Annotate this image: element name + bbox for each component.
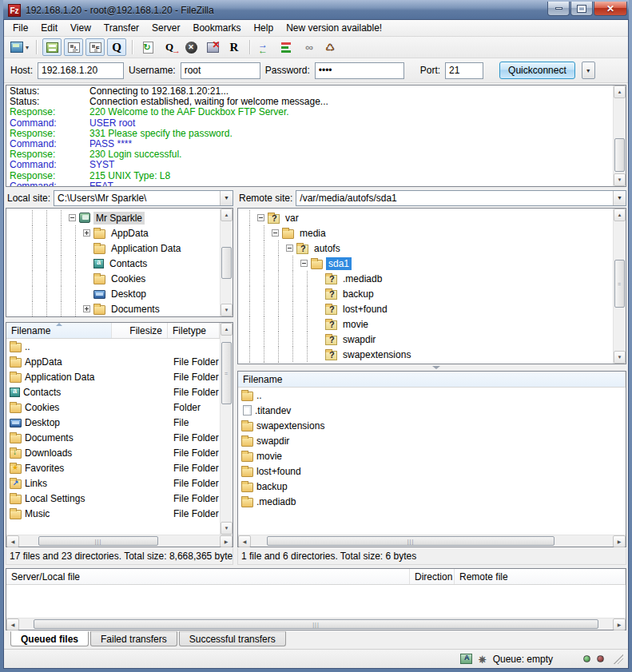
menu-server[interactable]: Server <box>146 21 185 35</box>
transfer-type-indicator-icon[interactable] <box>460 654 472 664</box>
local-tree-vertical-scrollbar[interactable]: ▲ ▼ <box>220 209 233 316</box>
tree-item-cookies[interactable]: Cookies <box>6 271 220 286</box>
collapse-icon[interactable] <box>257 214 264 221</box>
column-header-filesize[interactable]: Filesize <box>112 323 168 338</box>
scroll-right-icon[interactable]: ▶ <box>220 535 233 547</box>
title-bar[interactable]: Fz 192.168.1.20 - root@192.168.1.20 - Fi… <box>3 0 629 19</box>
collapse-icon[interactable] <box>69 214 76 221</box>
file-row[interactable]: Local SettingsFile Folder <box>6 491 220 506</box>
refresh-button[interactable] <box>138 38 157 56</box>
host-input[interactable] <box>38 62 124 79</box>
scroll-up-icon[interactable]: ▲ <box>614 85 626 98</box>
tree-item-mr-sparkle[interactable]: Mr Sparkle <box>6 210 220 225</box>
remote-site-combo[interactable]: /var/media/autofs/sda1 ▼ <box>296 190 626 206</box>
tree-item-movie[interactable]: movie <box>238 316 613 332</box>
tree-item-backup[interactable]: backup <box>238 286 613 301</box>
disconnect-button[interactable] <box>203 38 222 56</box>
file-row[interactable]: DesktopFile <box>6 415 220 430</box>
file-row[interactable]: .. <box>238 388 626 403</box>
resize-grip[interactable] <box>614 654 623 664</box>
tree-item-autofs[interactable]: autofs <box>238 241 613 256</box>
column-header-remote-file[interactable]: Remote file <box>455 569 626 584</box>
queue-horizontal-scrollbar[interactable]: ◀ ||| ▶ <box>6 618 626 630</box>
collapse-icon[interactable] <box>300 260 308 267</box>
tree-item-swapextensions[interactable]: swapextensions <box>238 347 613 362</box>
maximize-button[interactable] <box>570 2 593 16</box>
menu-file[interactable]: File <box>7 21 34 35</box>
menu-bookmarks[interactable]: Bookmarks <box>187 21 246 35</box>
collapse-icon[interactable] <box>272 229 279 237</box>
file-row[interactable]: .mediadb <box>238 494 626 509</box>
scroll-up-icon[interactable]: ▲ <box>221 323 233 336</box>
tree-item-mediadb[interactable]: .mediadb <box>238 271 613 286</box>
column-header-filename[interactable]: Filename <box>238 372 626 387</box>
quickconnect-button[interactable]: Quickconnect <box>499 62 575 79</box>
column-header-filename[interactable]: Filename <box>6 323 112 338</box>
close-button[interactable]: ✕ <box>594 2 627 16</box>
tree-item-contacts[interactable]: Contacts <box>6 256 220 271</box>
menu-view[interactable]: View <box>65 21 97 35</box>
scroll-left-icon[interactable]: ◀ <box>6 618 19 630</box>
file-row[interactable]: ContactsFile Folder <box>6 384 220 400</box>
local-site-combo[interactable]: C:\Users\Mr Sparkle\ ▼ <box>54 190 233 206</box>
password-input[interactable] <box>315 62 404 79</box>
file-row[interactable]: .titandev <box>238 403 626 418</box>
port-input[interactable] <box>445 62 483 79</box>
process-queue-button[interactable]: Q <box>160 38 179 56</box>
minimize-button[interactable] <box>547 2 570 16</box>
column-header-server-local-file[interactable]: Server/Local file <box>6 569 410 584</box>
speed-limits-icon[interactable]: ⎈ <box>479 654 487 665</box>
file-row[interactable]: .. <box>6 339 220 354</box>
file-row[interactable]: Application DataFile Folder <box>6 369 220 384</box>
scroll-down-icon[interactable]: ▼ <box>614 173 626 186</box>
scroll-down-icon[interactable]: ▼ <box>614 351 626 364</box>
search-button[interactable]: ♺ <box>320 38 340 56</box>
collapse-icon[interactable] <box>286 245 293 252</box>
tree-item-lost-found[interactable]: lost+found <box>238 301 613 316</box>
toggle-remote-tree-button[interactable]: F <box>85 38 105 56</box>
menu-edit[interactable]: Edit <box>35 21 63 35</box>
file-row[interactable]: CookiesFolder <box>6 400 220 415</box>
file-row[interactable]: lost+found <box>238 463 626 479</box>
file-row[interactable]: DocumentsFile Folder <box>6 430 220 445</box>
username-input[interactable] <box>181 62 260 79</box>
log-vertical-scrollbar[interactable]: ▲ ▼ <box>613 85 626 186</box>
file-row[interactable]: AppDataFile Folder <box>6 354 220 369</box>
splitter-collapse-icon[interactable] <box>432 366 440 369</box>
tree-item-documents[interactable]: Documents <box>6 301 220 316</box>
scroll-down-icon[interactable]: ▼ <box>221 304 233 316</box>
tab-queued-files[interactable]: Queued files <box>10 631 89 646</box>
tree-item-sda1[interactable]: sda1 <box>238 256 613 271</box>
tab-successful-transfers[interactable]: Successful transfers <box>179 631 286 646</box>
toggle-message-log-button[interactable] <box>42 38 62 56</box>
tree-item-dvd[interactable]: dvd <box>238 362 613 364</box>
expand-icon[interactable] <box>83 305 90 312</box>
toggle-local-tree-button[interactable]: L <box>64 38 83 56</box>
scroll-up-icon[interactable]: ▲ <box>221 209 233 221</box>
local-list-horizontal-scrollbar[interactable]: ◀ ||| ▶ <box>6 535 233 547</box>
synchronized-browsing-button[interactable] <box>256 38 275 56</box>
filter-button[interactable]: ∞ <box>299 38 318 56</box>
directory-comparison-button[interactable] <box>277 38 296 56</box>
tree-item-swapdir[interactable]: swapdir <box>238 332 613 347</box>
tree-item-desktop[interactable]: Desktop <box>6 286 220 301</box>
tab-failed-transfers[interactable]: Failed transfers <box>90 631 177 646</box>
tree-item-appdata[interactable]: AppData <box>6 225 220 241</box>
queue-list-empty[interactable] <box>6 585 626 618</box>
menu-help[interactable]: Help <box>248 21 279 35</box>
column-header-filetype[interactable]: Filetype <box>168 323 220 338</box>
file-row[interactable]: LinksFile Folder <box>6 475 220 491</box>
file-row[interactable]: FavoritesFile Folder <box>6 460 220 475</box>
remote-tree-vertical-scrollbar[interactable]: ▲ = ▼ <box>613 209 626 364</box>
menu-transfer[interactable]: Transfer <box>98 21 145 35</box>
chevron-down-icon[interactable]: ▼ <box>613 191 626 205</box>
menu-new-version[interactable]: New version available! <box>280 21 388 35</box>
remote-pane-splitter[interactable] <box>237 364 626 371</box>
file-row[interactable]: swapdir <box>238 433 626 448</box>
file-row[interactable]: swapextensions <box>238 418 626 433</box>
file-row[interactable]: DownloadsFile Folder <box>6 445 220 460</box>
scroll-right-icon[interactable]: ▶ <box>613 535 626 547</box>
scroll-left-icon[interactable]: ◀ <box>238 535 251 547</box>
file-row[interactable]: backup <box>238 479 626 494</box>
site-manager-button[interactable]: ▾ <box>9 38 30 56</box>
